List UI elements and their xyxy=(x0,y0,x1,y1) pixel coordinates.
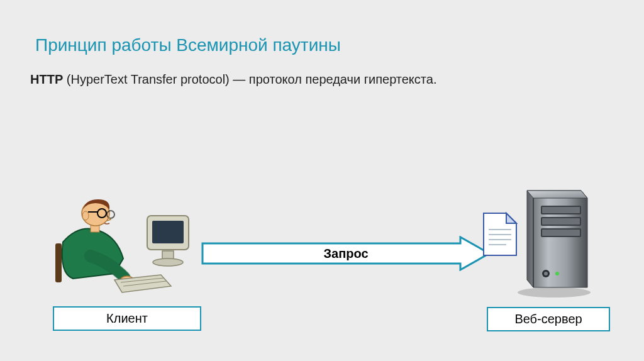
client-label-box: Клиент xyxy=(53,306,201,331)
slide-title: Принцип работы Всемирной паутины xyxy=(35,35,341,55)
svg-rect-23 xyxy=(542,218,580,225)
server-label-text: Веб-сервер xyxy=(514,312,582,326)
svg-point-18 xyxy=(518,287,591,297)
svg-rect-24 xyxy=(542,230,580,236)
client-label-text: Клиент xyxy=(106,311,148,325)
svg-rect-22 xyxy=(542,207,580,213)
svg-point-26 xyxy=(544,272,548,275)
request-arrow: Запрос xyxy=(201,236,491,271)
server-label-box: Веб-сервер xyxy=(487,307,610,331)
subtitle-acronym: HTTP xyxy=(30,72,63,86)
subtitle-text: (HyperText Transfer protocol) — протокол… xyxy=(63,72,436,86)
svg-point-11 xyxy=(153,258,183,266)
server-icon xyxy=(513,173,595,299)
slide-subtitle: HTTP (HyperText Transfer protocol) — про… xyxy=(30,72,436,87)
svg-rect-9 xyxy=(152,221,184,243)
client-icon xyxy=(54,198,192,299)
svg-point-4 xyxy=(82,211,89,220)
svg-rect-0 xyxy=(55,243,62,282)
svg-point-27 xyxy=(555,272,559,275)
